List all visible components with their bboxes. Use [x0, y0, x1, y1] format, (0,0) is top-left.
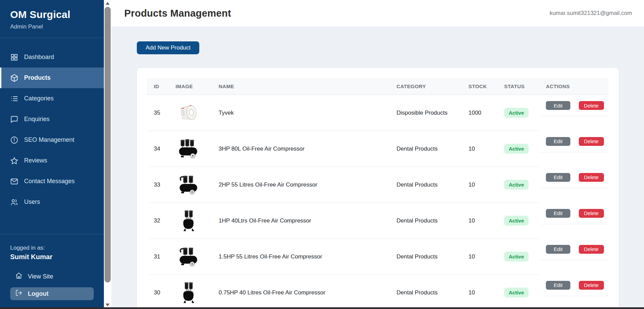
delete-button[interactable]: Delete [579, 173, 604, 182]
products-table-card: IDIMAGENAMECATEGORYSTOCKSTATUSACTIONS 35… [137, 68, 619, 309]
column-header-stock: STOCK [462, 78, 497, 95]
product-name: 1.5HP 55 Litres Oil-Free Air Compressor [212, 239, 390, 275]
sidebar-item-users[interactable]: Users [0, 192, 104, 212]
sidebar-item-reviews[interactable]: Reviews [0, 150, 104, 171]
sidebar-item-dashboard[interactable]: Dashboard [0, 47, 104, 67]
status-badge: Active [504, 144, 529, 154]
logout-icon [15, 289, 22, 298]
table-row: 30 0.75HP 40 Litres Oil-Free Air Compres… [147, 275, 609, 309]
column-header-category: CATEGORY [390, 78, 462, 95]
sidebar: OM Surgical Admin Panel Dashboard Produc… [0, 0, 104, 309]
column-header-id: ID [147, 78, 169, 95]
product-category: Dental Products [390, 203, 462, 239]
edit-button[interactable]: Edit [546, 173, 570, 182]
product-stock: 10 [462, 203, 497, 239]
product-image-compressor-vertical [176, 280, 201, 306]
logged-in-label: Logged in as: [10, 245, 94, 251]
edit-button[interactable]: Edit [546, 209, 570, 218]
logged-in-user-name: Sumit Kumar [10, 253, 94, 261]
product-id: 30 [147, 275, 169, 309]
product-image-compressor-vertical [176, 208, 201, 234]
sidebar-header: OM Surgical Admin Panel [0, 0, 104, 38]
sidebar-item-contact-messages[interactable]: Contact Messages [0, 171, 104, 192]
column-header-actions: ACTIONS [539, 78, 609, 95]
dashboard-icon [10, 53, 18, 61]
sidebar-scrollbar[interactable] [104, 0, 111, 309]
contact-icon [10, 177, 18, 186]
status-badge: Active [504, 216, 529, 226]
logout-button[interactable]: Logout [10, 287, 94, 300]
product-category: Dental Products [390, 239, 462, 275]
delete-button[interactable]: Delete [579, 245, 604, 254]
product-stock: 10 [462, 167, 497, 203]
product-category: Dental Products [390, 275, 462, 309]
column-header-name: NAME [212, 78, 390, 95]
product-id: 33 [147, 167, 169, 203]
main-area: Products Management kumar.sumit321321@gm… [111, 0, 644, 309]
sidebar-item-products[interactable]: Products [0, 67, 104, 88]
product-name: 3HP 80L Oil-Free Air Compressor [212, 131, 390, 167]
reviews-icon [10, 157, 18, 165]
view-site-label: View Site [28, 273, 53, 280]
scroll-down-icon[interactable] [106, 304, 110, 306]
bottom-edge-strip [0, 307, 644, 309]
seo-icon [10, 136, 18, 144]
sidebar-item-seo-management[interactable]: SEO Management [0, 130, 104, 150]
scroll-up-icon[interactable] [106, 2, 110, 5]
product-stock: 10 [462, 131, 497, 167]
table-row: 31 1.5HP 55 Litres Oil-Free Air Compress… [147, 239, 609, 275]
product-stock: 1000 [462, 95, 497, 131]
sidebar-footer: Logged in as: Sumit Kumar View Site Logo… [0, 234, 104, 309]
table-row: 35 Tyvek Disposible Products 1000 Active… [147, 95, 609, 131]
edit-button[interactable]: Edit [546, 101, 570, 110]
content-area: Add New Product IDIMAGENAMECATEGORYSTOCK… [111, 26, 644, 309]
product-id: 34 [147, 131, 169, 167]
delete-button[interactable]: Delete [579, 209, 604, 218]
sidebar-menu: Dashboard Products Categories Enquiries … [0, 38, 104, 212]
product-id: 35 [147, 95, 169, 131]
edit-button[interactable]: Edit [546, 281, 570, 290]
product-category: Dental Products [390, 167, 462, 203]
topbar: Products Management kumar.sumit321321@gm… [111, 0, 644, 26]
brand-subtitle: Admin Panel [10, 23, 94, 30]
status-badge: Active [504, 252, 529, 262]
column-header-status: STATUS [497, 78, 539, 95]
product-category: Disposible Products [390, 95, 462, 131]
status-badge: Active [504, 288, 529, 297]
product-image-compressor-horizontal-2 [176, 172, 201, 198]
home-icon [15, 272, 22, 281]
product-image-compressor-horizontal-3 [176, 136, 201, 162]
enquiries-icon [10, 115, 18, 123]
user-email: kumar.sumit321321@gmail.com [550, 10, 632, 17]
scrollbar-thumb[interactable] [105, 7, 111, 283]
logout-label: Logout [28, 290, 49, 297]
page-title: Products Management [124, 8, 231, 19]
table-header-row: IDIMAGENAMECATEGORYSTOCKSTATUSACTIONS [147, 78, 609, 95]
users-icon [10, 198, 18, 206]
sidebar-item-enquiries[interactable]: Enquiries [0, 109, 104, 130]
view-site-link[interactable]: View Site [10, 270, 94, 283]
delete-button[interactable]: Delete [579, 281, 604, 290]
product-category: Dental Products [390, 131, 462, 167]
products-icon [10, 74, 18, 82]
edit-button[interactable]: Edit [546, 245, 570, 254]
delete-button[interactable]: Delete [579, 137, 604, 146]
product-name: 1HP 40Ltrs Oil-Free Air Compressor [212, 203, 390, 239]
product-image-compressor-horizontal-2 [176, 244, 201, 270]
edit-button[interactable]: Edit [546, 137, 570, 146]
table-row: 34 3HP 80L Oil-Free Air Compressor Denta… [147, 131, 609, 167]
categories-icon [10, 95, 18, 103]
product-name: 0.75HP 40 Litres Oil-Free Air Compressor [212, 275, 390, 309]
delete-button[interactable]: Delete [579, 101, 604, 110]
sidebar-item-categories[interactable]: Categories [0, 88, 104, 109]
product-name: 2HP 55 Litres Oil-Free Air Compressor [212, 167, 390, 203]
add-new-product-button[interactable]: Add New Product [137, 41, 199, 54]
product-stock: 10 [462, 275, 497, 309]
product-stock: 10 [462, 239, 497, 275]
status-badge: Active [504, 180, 529, 190]
product-id: 32 [147, 203, 169, 239]
products-table: IDIMAGENAMECATEGORYSTOCKSTATUSACTIONS 35… [147, 78, 609, 309]
table-body: 35 Tyvek Disposible Products 1000 Active… [147, 95, 609, 309]
brand-title: OM Surgical [10, 9, 94, 20]
table-row: 32 1HP 40Ltrs Oil-Free Air Compressor De… [147, 203, 609, 239]
